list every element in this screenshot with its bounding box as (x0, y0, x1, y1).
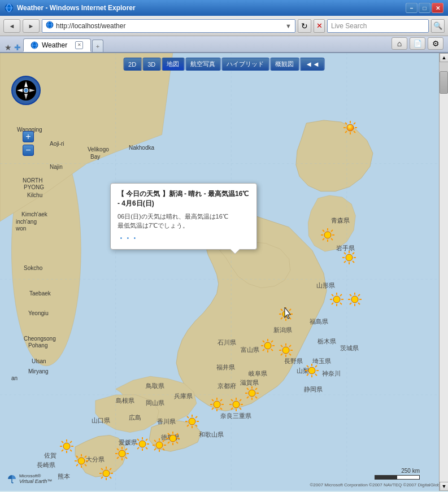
svg-line-40 (323, 238, 324, 240)
svg-line-137 (195, 425, 197, 426)
search-field[interactable]: Live Search (327, 19, 429, 33)
weather-icon-niigata[interactable] (278, 306, 294, 322)
copyright-text: ©2007 Microsoft Corporation ©2007 NAVTEQ… (310, 482, 442, 487)
map-survey-button[interactable]: 概観図 (270, 58, 299, 71)
scrollbar-up-button[interactable]: ▲ (440, 53, 448, 62)
weather-icon-miyagi[interactable] (347, 291, 363, 307)
weather-icon-nagano[interactable] (278, 342, 294, 358)
svg-line-101 (315, 374, 317, 376)
forward-button[interactable]: ► (23, 19, 40, 33)
tools-button[interactable]: ⚙ (428, 37, 443, 50)
svg-line-138 (195, 416, 197, 418)
svg-line-120 (240, 399, 241, 401)
tab-label: Weather (42, 41, 67, 49)
maximize-button[interactable]: □ (419, 3, 430, 13)
close-button[interactable]: ✕ (432, 3, 443, 13)
scrollbar-down-button[interactable]: ▼ (440, 482, 448, 491)
compass-circle[interactable] (11, 76, 41, 105)
svg-point-149 (156, 442, 163, 449)
new-tab-button[interactable]: + (92, 40, 103, 52)
svg-line-181 (62, 441, 63, 443)
tab-close-button[interactable]: ✕ (75, 41, 83, 49)
svg-line-93 (289, 345, 291, 347)
weather-tab[interactable]: Weather ✕ (23, 38, 91, 52)
svg-point-50 (333, 296, 340, 303)
map-view-button[interactable]: 地図 (162, 58, 184, 71)
weather-icon-kumamoto2[interactable] (98, 465, 114, 481)
svg-line-190 (76, 456, 78, 458)
weather-popup[interactable]: 【 今日の天気 】新潟 - 晴れ - 最高気温16℃ - 4月6日(日) 06日… (110, 183, 257, 250)
tab-bar: ★ ✚ Weather ✕ + ⌂ 📄 ⚙ (0, 36, 448, 53)
weather-icon-tokyo[interactable] (304, 363, 320, 378)
weather-icon-ehime[interactable] (151, 437, 167, 453)
weather-icon-miyazaki2[interactable] (73, 453, 89, 469)
svg-line-200 (110, 477, 111, 478)
weather-icon-mie[interactable] (209, 397, 225, 412)
title-bar: Weather - Windows Internet Explorer – □ … (0, 0, 448, 16)
weather-icon-hokkaido[interactable] (342, 120, 358, 136)
favorites-add-icon[interactable]: ✚ (14, 43, 21, 52)
svg-line-183 (70, 441, 72, 443)
weather-icon-toyama[interactable] (260, 338, 276, 354)
svg-line-73 (281, 309, 282, 311)
svg-line-91 (281, 345, 282, 347)
refresh-button[interactable]: ↻ (298, 19, 311, 33)
ie-icon (5, 3, 14, 12)
svg-point-176 (63, 443, 70, 450)
minimize-button[interactable]: – (406, 3, 417, 13)
svg-point-32 (324, 232, 331, 238)
scrollbar[interactable]: ▲ ▼ (439, 53, 448, 491)
map-aerial-button[interactable]: 航空写真 (185, 58, 220, 71)
home-button[interactable]: ⌂ (392, 37, 407, 50)
svg-line-28 (354, 131, 355, 133)
weather-icon-aichi[interactable] (244, 385, 260, 401)
map-container[interactable]: 2D 3D 地図 航空写真 ハイブリッド 概観図 ◄◄ + − Wangqing… (0, 53, 448, 491)
weather-icon-osaka[interactable] (228, 397, 244, 412)
svg-line-166 (137, 447, 139, 449)
weather-icon-hiroshima[interactable] (184, 413, 200, 429)
svg-point-158 (139, 441, 146, 447)
umbrella-icon (7, 474, 17, 484)
map-2d-button[interactable]: 2D (123, 58, 141, 71)
svg-point-113 (233, 401, 240, 408)
svg-line-92 (289, 354, 291, 355)
url-text: http://localhost/weather (56, 22, 285, 30)
svg-line-94 (281, 354, 282, 355)
weather-icon-iwate[interactable] (341, 250, 357, 265)
svg-line-100 (307, 365, 308, 367)
scrollbar-thumb[interactable] (440, 71, 448, 94)
svg-line-39 (331, 230, 333, 232)
stop-button[interactable]: ✕ (314, 19, 325, 33)
scrollbar-track[interactable] (440, 71, 448, 491)
zoom-out-button[interactable]: − (23, 145, 34, 156)
svg-line-182 (70, 450, 72, 451)
map-collapse-button[interactable]: ◄◄ (300, 58, 325, 71)
address-dropdown-icon[interactable]: ▼ (285, 23, 292, 29)
svg-line-201 (110, 468, 111, 470)
weather-icon-yamagata[interactable] (329, 291, 345, 307)
svg-line-111 (255, 388, 257, 390)
back-button[interactable]: ◄ (3, 19, 20, 33)
weather-icon-oita[interactable] (114, 446, 130, 461)
svg-line-67 (350, 303, 351, 304)
page-button[interactable]: 📄 (410, 37, 425, 50)
favorites-star-icon[interactable]: ★ (5, 43, 12, 52)
svg-line-192 (85, 456, 86, 458)
address-field[interactable]: http://localhost/weather ▼ (42, 19, 295, 33)
map-background (0, 53, 448, 491)
svg-point-131 (189, 418, 195, 425)
popup-link[interactable]: ・・・ (118, 234, 250, 243)
svg-point-104 (249, 390, 255, 397)
weather-icon-yamaguchi2[interactable] (134, 436, 150, 452)
title-bar-left: Weather - Windows Internet Explorer (5, 3, 136, 12)
svg-line-127 (212, 399, 214, 401)
weather-icon-kochi[interactable] (165, 430, 181, 446)
search-button[interactable]: 🔍 (431, 19, 445, 33)
map-3d-button[interactable]: 3D (142, 58, 160, 71)
map-hybrid-button[interactable]: ハイブリッド (221, 58, 269, 71)
weather-icon-aomori[interactable] (320, 227, 336, 243)
zoom-in-button[interactable]: + (23, 131, 34, 142)
weather-icon-saga[interactable] (59, 438, 75, 454)
svg-line-48 (353, 252, 354, 254)
svg-line-38 (331, 238, 333, 240)
